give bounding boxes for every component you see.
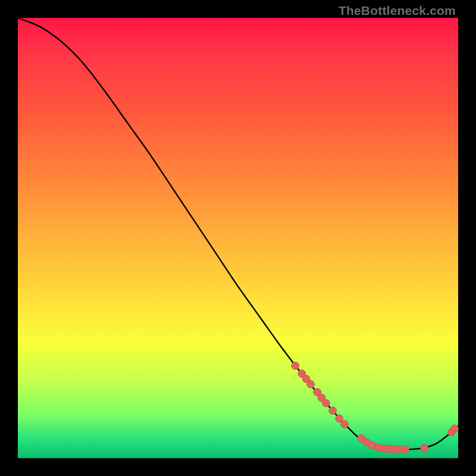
watermark-text: TheBottleneck.com [339, 4, 456, 18]
curve-marker [402, 446, 409, 453]
curve-marker [341, 421, 349, 428]
curve-marker [421, 444, 428, 452]
chart-root: TheBottleneck.com [0, 0, 476, 476]
plot-area [18, 18, 458, 458]
bottleneck-curve [18, 18, 458, 449]
curve-layer [18, 18, 458, 458]
curve-marker [322, 399, 330, 407]
curve-marker [336, 415, 343, 422]
curve-marker [307, 380, 315, 388]
curve-marker [292, 362, 299, 369]
curve-marker [451, 425, 459, 433]
curve-markers [292, 362, 458, 453]
curve-marker [329, 407, 337, 415]
